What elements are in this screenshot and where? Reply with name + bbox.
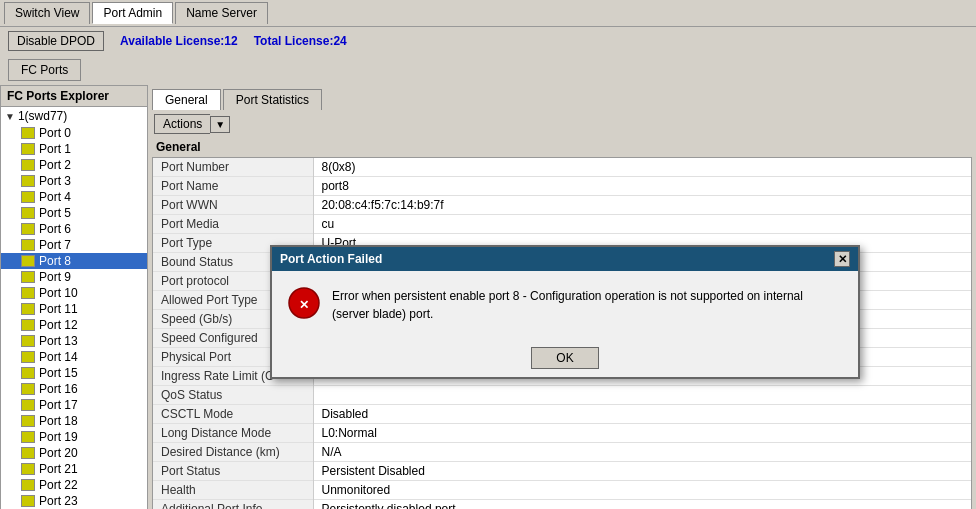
top-menu-bar: Switch View Port Admin Name Server bbox=[0, 0, 976, 27]
tree-port-17[interactable]: Port 17 bbox=[1, 397, 147, 413]
tree-port-6-label: Port 6 bbox=[39, 222, 71, 236]
port-icon bbox=[21, 431, 35, 443]
tree-port-12-label: Port 12 bbox=[39, 318, 78, 332]
tree-port-10[interactable]: Port 10 bbox=[1, 285, 147, 301]
tab-port-admin[interactable]: Port Admin bbox=[92, 2, 173, 24]
prop-label: Long Distance Mode bbox=[153, 424, 313, 443]
tree-port-7-label: Port 7 bbox=[39, 238, 71, 252]
tree-port-22-label: Port 22 bbox=[39, 478, 78, 492]
actions-dropdown-arrow[interactable]: ▼ bbox=[210, 116, 230, 133]
table-row: Port Name port8 bbox=[153, 177, 971, 196]
tree-port-3-label: Port 3 bbox=[39, 174, 71, 188]
table-row: Port Status Persistent Disabled bbox=[153, 462, 971, 481]
tree-port-19-label: Port 19 bbox=[39, 430, 78, 444]
tree-port-1[interactable]: Port 1 bbox=[1, 141, 147, 157]
modal-close-button[interactable]: ✕ bbox=[834, 251, 850, 267]
tree-port-5[interactable]: Port 5 bbox=[1, 205, 147, 221]
tree-port-13[interactable]: Port 13 bbox=[1, 333, 147, 349]
tree-port-15[interactable]: Port 15 bbox=[1, 365, 147, 381]
table-row: Port Media cu bbox=[153, 215, 971, 234]
tree-port-8[interactable]: Port 8 bbox=[1, 253, 147, 269]
prop-label: Port WWN bbox=[153, 196, 313, 215]
port-icon bbox=[21, 495, 35, 507]
actions-main-button[interactable]: Actions bbox=[154, 114, 210, 134]
port-icon bbox=[21, 335, 35, 347]
tree-port-15-label: Port 15 bbox=[39, 366, 78, 380]
tree-port-9[interactable]: Port 9 bbox=[1, 269, 147, 285]
port-icon bbox=[21, 447, 35, 459]
port-icon-selected bbox=[21, 255, 35, 267]
tree-port-18[interactable]: Port 18 bbox=[1, 413, 147, 429]
tree-root-label: 1(swd77) bbox=[18, 109, 67, 123]
tree-port-10-label: Port 10 bbox=[39, 286, 78, 300]
port-icon bbox=[21, 367, 35, 379]
tree-expand-arrow[interactable]: ▼ bbox=[5, 111, 15, 122]
tree-port-19[interactable]: Port 19 bbox=[1, 429, 147, 445]
prop-value: cu bbox=[313, 215, 971, 234]
table-row: Additional Port Info Persistently disabl… bbox=[153, 500, 971, 510]
tree-port-5-label: Port 5 bbox=[39, 206, 71, 220]
tree-port-11[interactable]: Port 11 bbox=[1, 301, 147, 317]
prop-value: L0:Normal bbox=[313, 424, 971, 443]
available-license: Available License:12 bbox=[120, 34, 238, 48]
prop-value: N/A bbox=[313, 443, 971, 462]
table-row: Port WWN 20:08:c4:f5:7c:14:b9:7f bbox=[153, 196, 971, 215]
tree-port-2[interactable]: Port 2 bbox=[1, 157, 147, 173]
tree-port-21[interactable]: Port 21 bbox=[1, 461, 147, 477]
tree-port-7[interactable]: Port 7 bbox=[1, 237, 147, 253]
tree-port-22[interactable]: Port 22 bbox=[1, 477, 147, 493]
explorer-header: FC Ports Explorer bbox=[1, 86, 147, 107]
prop-value: Persistent Disabled bbox=[313, 462, 971, 481]
prop-label: Health bbox=[153, 481, 313, 500]
port-icon bbox=[21, 271, 35, 283]
port-icon bbox=[21, 191, 35, 203]
table-row: Long Distance Mode L0:Normal bbox=[153, 424, 971, 443]
prop-label: Additional Port Info bbox=[153, 500, 313, 510]
port-icon bbox=[21, 143, 35, 155]
tab-port-statistics[interactable]: Port Statistics bbox=[223, 89, 322, 110]
prop-label: Desired Distance (km) bbox=[153, 443, 313, 462]
tree-port-14[interactable]: Port 14 bbox=[1, 349, 147, 365]
tree-root-node[interactable]: ▼ 1(swd77) bbox=[1, 107, 147, 125]
modal-ok-button[interactable]: OK bbox=[531, 347, 598, 369]
license-bar: Disable DPOD Available License:12 Total … bbox=[0, 27, 976, 55]
prop-value: 8(0x8) bbox=[313, 158, 971, 177]
explorer-tree[interactable]: ▼ 1(swd77) Port 0 Port 1 Port 2 Port 3 bbox=[1, 107, 147, 509]
prop-value: 20:08:c4:f5:7c:14:b9:7f bbox=[313, 196, 971, 215]
tree-port-12[interactable]: Port 12 bbox=[1, 317, 147, 333]
tree-port-3[interactable]: Port 3 bbox=[1, 173, 147, 189]
tree-port-18-label: Port 18 bbox=[39, 414, 78, 428]
modal-message: Error when persistent enable port 8 - Co… bbox=[332, 287, 842, 323]
port-icon bbox=[21, 399, 35, 411]
table-row: QoS Status bbox=[153, 386, 971, 405]
sub-tab-bar: General Port Statistics bbox=[148, 85, 976, 110]
actions-button-group[interactable]: Actions ▼ bbox=[154, 114, 230, 134]
fc-ports-tab[interactable]: FC Ports bbox=[8, 59, 81, 81]
port-icon bbox=[21, 287, 35, 299]
prop-value: Unmonitored bbox=[313, 481, 971, 500]
tree-port-23[interactable]: Port 23 bbox=[1, 493, 147, 509]
disable-dpod-button[interactable]: Disable DPOD bbox=[8, 31, 104, 51]
modal-body: ✕ Error when persistent enable port 8 - … bbox=[272, 271, 858, 339]
port-icon bbox=[21, 319, 35, 331]
prop-label: CSCTL Mode bbox=[153, 405, 313, 424]
prop-value bbox=[313, 386, 971, 405]
tab-general[interactable]: General bbox=[152, 89, 221, 110]
prop-label: Port Name bbox=[153, 177, 313, 196]
left-panel: FC Ports Explorer ▼ 1(swd77) Port 0 Port… bbox=[0, 85, 148, 509]
tab-switch-view[interactable]: Switch View bbox=[4, 2, 90, 24]
tab-name-server[interactable]: Name Server bbox=[175, 2, 268, 24]
tree-port-6[interactable]: Port 6 bbox=[1, 221, 147, 237]
tree-port-16[interactable]: Port 16 bbox=[1, 381, 147, 397]
tree-port-4-label: Port 4 bbox=[39, 190, 71, 204]
fc-ports-tab-bar: FC Ports bbox=[0, 55, 976, 85]
tree-port-4[interactable]: Port 4 bbox=[1, 189, 147, 205]
tree-port-21-label: Port 21 bbox=[39, 462, 78, 476]
tree-port-0[interactable]: Port 0 bbox=[1, 125, 147, 141]
modal-titlebar: Port Action Failed ✕ bbox=[272, 247, 858, 271]
prop-value: Persistently disabled port bbox=[313, 500, 971, 510]
port-icon bbox=[21, 383, 35, 395]
tree-port-20[interactable]: Port 20 bbox=[1, 445, 147, 461]
port-icon bbox=[21, 239, 35, 251]
tree-port-9-label: Port 9 bbox=[39, 270, 71, 284]
